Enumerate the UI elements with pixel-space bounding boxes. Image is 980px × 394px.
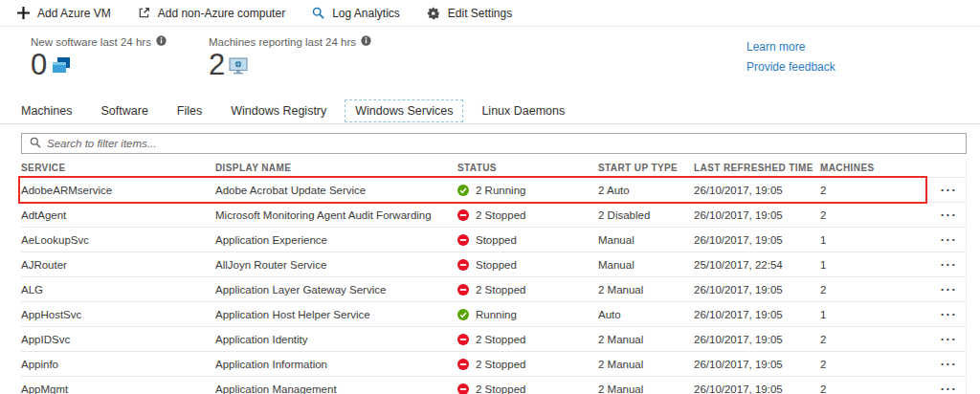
tab-linux-daemons[interactable]: Linux Daemons: [472, 100, 574, 121]
table-row[interactable]: ALG Application Layer Gateway Service 2 …: [21, 277, 966, 302]
table-row[interactable]: AppIDSvc Application Identity 2 Stopped …: [21, 327, 966, 352]
overview-section: New software last 24 hrs0 Machines repor…: [0, 27, 980, 98]
machines-count-cell: 1: [820, 259, 933, 271]
service-cell: Appinfo: [21, 359, 215, 370]
status-label: 2 Running: [476, 185, 525, 196]
search-icon: [312, 7, 324, 19]
table-row[interactable]: AJRouter AllJoyn Router Service Stopped …: [21, 252, 966, 277]
toolbar-button-label: Add non-Azure computer: [158, 7, 285, 20]
service-cell: ALG: [21, 284, 215, 296]
more-options-icon[interactable]: ···: [933, 208, 965, 222]
last-refreshed-cell: 26/10/2017, 19:05: [694, 284, 820, 296]
tab-bar: MachinesSoftwareFilesWindows RegistryWin…: [0, 98, 980, 124]
more-options-icon[interactable]: ···: [933, 357, 965, 371]
startup-type-cell: 2 Manual: [598, 334, 694, 345]
table-row[interactable]: AppMgmt Application Management 2 Stopped…: [21, 377, 966, 394]
table-row[interactable]: Appinfo Application Information 2 Stoppe…: [21, 352, 966, 377]
column-header-status: STATUS: [457, 163, 598, 173]
service-cell: AppHostSvc: [21, 309, 215, 320]
startup-type-cell: Auto: [598, 309, 694, 320]
last-refreshed-cell: 26/10/2017, 19:05: [694, 383, 820, 394]
search-box: [21, 133, 967, 154]
tab-windows-registry[interactable]: Windows Registry: [221, 100, 336, 121]
gear-icon: [427, 7, 440, 20]
search-input[interactable]: [47, 138, 966, 149]
column-header-start-up-type: START UP TYPE: [598, 163, 694, 173]
table-row[interactable]: AppHostSvc Application Host Helper Servi…: [21, 302, 966, 327]
service-cell: AppMgmt: [21, 383, 215, 394]
tab-files[interactable]: Files: [167, 100, 212, 121]
startup-type-cell: Manual: [598, 259, 694, 271]
display-name-cell: Application Management: [215, 383, 457, 394]
machines-count-cell: 2: [820, 185, 933, 196]
status-cell: 2 Running: [457, 185, 598, 196]
info-icon[interactable]: [156, 35, 167, 48]
more-options-icon[interactable]: ···: [933, 257, 965, 272]
status-cell: Stopped: [457, 259, 598, 271]
toolbar-button-add-azure-vm[interactable]: Add Azure VM: [17, 7, 111, 20]
status-label: Stopped: [476, 234, 517, 246]
more-options-icon[interactable]: ···: [933, 232, 965, 247]
display-name-cell: Application Experience: [215, 234, 457, 246]
table-row[interactable]: AdobeARMservice Adobe Acrobat Update Ser…: [21, 178, 966, 203]
info-icon[interactable]: [361, 35, 371, 48]
toolbar-button-edit-settings[interactable]: Edit Settings: [427, 7, 512, 20]
more-options-icon[interactable]: ···: [933, 332, 965, 346]
table-row[interactable]: AdtAgent Microsoft Monitoring Agent Audi…: [21, 203, 966, 228]
service-cell: AdobeARMservice: [21, 185, 215, 196]
table-row[interactable]: AeLookupSvc Application Experience Stopp…: [21, 228, 966, 252]
toolbar-button-log-analytics[interactable]: Log Analytics: [312, 7, 400, 20]
tab-software[interactable]: Software: [92, 100, 158, 121]
column-header-display-name: DISPLAY NAME: [215, 163, 457, 173]
service-cell: AJRouter: [21, 259, 215, 271]
column-header-last-refreshed-time: LAST REFRESHED TIME: [694, 163, 820, 173]
machines-count-cell: 2: [820, 209, 933, 221]
status-cell: Stopped: [457, 234, 598, 246]
last-refreshed-cell: 26/10/2017, 19:05: [694, 334, 820, 345]
toolbar-button-label: Log Analytics: [332, 7, 400, 20]
service-cell: AdtAgent: [21, 209, 215, 221]
link-provide-feedback[interactable]: Provide feedback: [746, 60, 835, 74]
table-header: SERVICEDISPLAY NAMESTATUSSTART UP TYPELA…: [21, 159, 966, 178]
column-header-machines: MACHINES: [820, 163, 933, 173]
status-cell: 2 Stopped: [457, 334, 598, 345]
machines-icon: [229, 57, 250, 79]
stopped-icon: [457, 234, 469, 246]
more-options-icon[interactable]: ···: [933, 282, 965, 296]
status-cell: 2 Stopped: [457, 284, 598, 296]
stopped-icon: [457, 284, 469, 296]
toolbar-button-label: Edit Settings: [448, 7, 512, 20]
display-name-cell: Application Information: [215, 359, 457, 370]
command-bar: Add Azure VMAdd non-Azure computerLog An…: [0, 0, 980, 27]
stat-label: Machines reporting last 24 hrs: [209, 36, 356, 48]
plus-icon: [17, 7, 30, 19]
startup-type-cell: 2 Manual: [598, 359, 694, 370]
more-options-icon[interactable]: ···: [933, 183, 965, 197]
help-links: Learn moreProvide feedback: [746, 40, 835, 74]
startup-type-cell: 2 Manual: [598, 383, 694, 394]
status-cell: 2 Stopped: [457, 383, 598, 394]
table-body: AdobeARMservice Adobe Acrobat Update Ser…: [21, 178, 966, 394]
display-name-cell: Adobe Acrobat Update Service: [215, 185, 457, 196]
toolbar-button-add-non-azure-computer[interactable]: Add non-Azure computer: [138, 7, 285, 20]
display-name-cell: Microsoft Monitoring Agent Audit Forward…: [215, 209, 457, 221]
status-cell: Running: [457, 309, 598, 320]
tab-windows-services[interactable]: Windows Services: [345, 100, 462, 121]
stopped-icon: [457, 334, 469, 345]
status-cell: 2 Stopped: [457, 359, 598, 370]
services-table: SERVICEDISPLAY NAMESTATUSSTART UP TYPELA…: [21, 159, 967, 394]
startup-type-cell: Manual: [598, 234, 694, 246]
stat-value: 0: [31, 50, 47, 79]
more-options-icon[interactable]: ···: [933, 382, 965, 394]
status-label: 2 Stopped: [476, 284, 525, 296]
display-name-cell: Application Host Helper Service: [215, 309, 457, 320]
column-header-service: SERVICE: [21, 163, 215, 173]
more-options-icon[interactable]: ···: [933, 307, 965, 321]
link-learn-more[interactable]: Learn more: [746, 40, 835, 54]
display-name-cell: Application Identity: [215, 334, 457, 345]
software-icon: [51, 57, 73, 79]
last-refreshed-cell: 26/10/2017, 19:05: [694, 309, 820, 320]
stopped-icon: [457, 259, 469, 271]
startup-type-cell: 2 Manual: [598, 284, 694, 296]
tab-machines[interactable]: Machines: [11, 100, 82, 121]
